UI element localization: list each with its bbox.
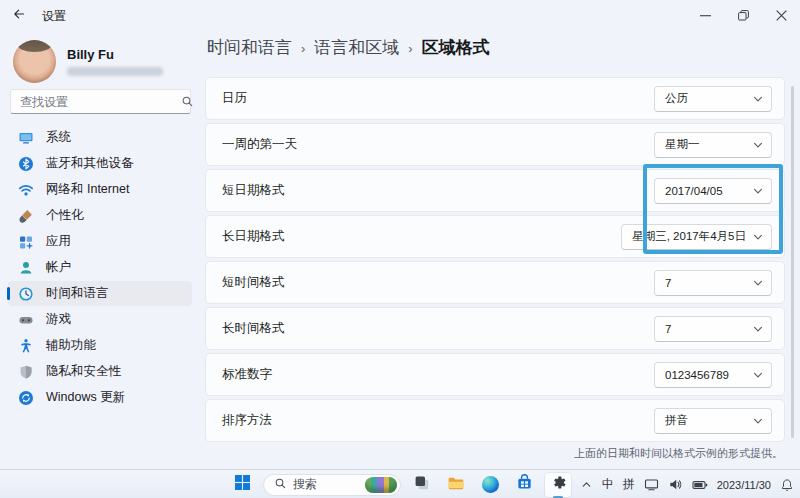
- window-controls: [686, 0, 800, 32]
- dropdown-standard-digits[interactable]: 0123456789: [654, 362, 772, 388]
- dropdown-sort-method[interactable]: 拼音: [654, 408, 772, 434]
- setting-row-long-date: 长日期格式 星期三, 2017年4月5日: [205, 215, 785, 258]
- tray-date[interactable]: 2023/11/30: [717, 479, 771, 491]
- taskbar-search-box[interactable]: 搜索: [263, 474, 401, 496]
- sidebar: Billy Fu 系统 蓝牙和其他设备 网络和 Internet 个性化 应用 …: [0, 32, 200, 469]
- sidebar-item-accessibility[interactable]: 辅助功能: [8, 333, 192, 358]
- dropdown-long-time[interactable]: 7: [654, 316, 772, 342]
- task-view-button[interactable]: [409, 473, 435, 497]
- close-button[interactable]: [762, 0, 800, 32]
- sync-icon: [18, 390, 34, 406]
- ime-language-indicator[interactable]: 中: [602, 476, 614, 493]
- chevron-down-icon: [752, 277, 764, 289]
- microsoft-store-icon: [516, 474, 533, 495]
- back-button[interactable]: [4, 1, 34, 31]
- dropdown-calendar[interactable]: 公历: [654, 86, 772, 112]
- start-button[interactable]: [229, 473, 255, 497]
- setting-row-short-date: 短日期格式 2017/04/05: [205, 169, 785, 212]
- settings-search-box: [10, 89, 191, 114]
- tray-chevron-up-icon[interactable]: [580, 478, 593, 491]
- store-button[interactable]: [511, 473, 537, 497]
- ime-mode-indicator[interactable]: 拼: [623, 476, 635, 493]
- chevron-down-icon: [752, 415, 764, 427]
- windows-logo-icon: [235, 475, 250, 494]
- sidebar-item-windows-update[interactable]: Windows 更新: [8, 385, 192, 410]
- search-input[interactable]: [11, 95, 181, 109]
- breadcrumb: 时间和语言 › 语言和区域 › 区域格式: [207, 36, 490, 59]
- restore-icon: [738, 7, 749, 25]
- back-arrow-icon: [12, 7, 26, 25]
- taskbar-center: 搜索: [229, 471, 571, 498]
- maximize-restore-button[interactable]: [724, 0, 762, 32]
- gear-icon: [550, 474, 567, 495]
- page-title: 区域格式: [422, 36, 490, 59]
- titlebar: 设置: [0, 0, 800, 32]
- breadcrumb-language-region[interactable]: 语言和区域: [314, 36, 399, 59]
- volume-icon[interactable]: [668, 477, 683, 492]
- settings-window: 设置 Billy Fu: [0, 0, 800, 498]
- scrollbar[interactable]: [791, 86, 794, 438]
- network-icon[interactable]: [644, 477, 659, 492]
- search-icon: [274, 476, 287, 494]
- chevron-down-icon: [752, 323, 764, 335]
- settings-app-button[interactable]: [545, 473, 571, 497]
- taskbar-search-label: 搜索: [293, 476, 359, 493]
- user-profile[interactable]: Billy Fu: [13, 37, 163, 85]
- person-icon: [18, 260, 34, 276]
- window-title: 设置: [42, 8, 66, 25]
- chevron-down-icon: [752, 185, 764, 197]
- wifi-icon: [18, 182, 34, 198]
- bluetooth-icon: [18, 156, 34, 172]
- sidebar-item-time-language[interactable]: 时间和语言: [8, 281, 192, 306]
- shield-icon: [18, 364, 34, 380]
- chevron-down-icon: [752, 139, 764, 151]
- sidebar-nav: 系统 蓝牙和其他设备 网络和 Internet 个性化 应用 帐户 时间和语言 …: [4, 125, 196, 411]
- minimize-icon: [700, 7, 711, 25]
- breadcrumb-time-language[interactable]: 时间和语言: [207, 36, 292, 59]
- dropdown-short-date[interactable]: 2017/04/05: [654, 178, 772, 204]
- task-view-icon: [414, 475, 430, 495]
- search-icon: [181, 95, 194, 108]
- battery-icon[interactable]: [692, 477, 708, 493]
- close-icon: [776, 7, 787, 25]
- gamepad-icon: [18, 312, 34, 328]
- sidebar-item-gaming[interactable]: 游戏: [8, 307, 192, 332]
- chevron-down-icon: [752, 231, 764, 243]
- setting-row-long-time: 长时间格式 7: [205, 307, 785, 350]
- chevron-down-icon: [752, 93, 764, 105]
- sidebar-item-network[interactable]: 网络和 Internet: [8, 177, 192, 202]
- sidebar-item-bluetooth[interactable]: 蓝牙和其他设备: [8, 151, 192, 176]
- edge-browser-icon: [482, 476, 499, 493]
- setting-row-sort-method: 排序方法 拼音: [205, 399, 785, 442]
- clock-icon: [18, 286, 34, 302]
- breadcrumb-separator-icon: ›: [301, 39, 305, 56]
- taskbar: 搜索: [0, 469, 800, 498]
- minimize-button[interactable]: [686, 0, 724, 32]
- footer-note: 上面的日期和时间以格式示例的形式提供。: [574, 446, 783, 461]
- sidebar-item-system[interactable]: 系统: [8, 125, 192, 150]
- breadcrumb-separator-icon: ›: [408, 39, 412, 56]
- main-content: 时间和语言 › 语言和区域 › 区域格式 日历 公历 一周的第一天 星期一 短日…: [205, 32, 785, 469]
- setting-row-first-day: 一周的第一天 星期一: [205, 123, 785, 166]
- sidebar-item-privacy[interactable]: 隐私和安全性: [8, 359, 192, 384]
- profile-email-blurred: [67, 67, 163, 76]
- accessibility-icon: [18, 338, 34, 354]
- system-tray: 中 拼 2023/11/30: [580, 471, 794, 498]
- file-explorer-button[interactable]: [443, 473, 469, 497]
- notification-bell-icon[interactable]: [780, 478, 794, 492]
- profile-name: Billy Fu: [67, 47, 163, 62]
- setting-row-short-time: 短时间格式 7: [205, 261, 785, 304]
- setting-row-standard-digits: 标准数字 0123456789: [205, 353, 785, 396]
- search-highlight-image: [365, 477, 397, 493]
- sidebar-item-apps[interactable]: 应用: [8, 229, 192, 254]
- apps-icon: [18, 234, 34, 250]
- avatar: [13, 40, 56, 83]
- brush-icon: [18, 208, 34, 224]
- dropdown-short-time[interactable]: 7: [654, 270, 772, 296]
- sidebar-item-personalization[interactable]: 个性化: [8, 203, 192, 228]
- sidebar-item-accounts[interactable]: 帐户: [8, 255, 192, 280]
- dropdown-long-date[interactable]: 星期三, 2017年4月5日: [621, 224, 772, 250]
- dropdown-first-day[interactable]: 星期一: [654, 132, 772, 158]
- setting-row-calendar: 日历 公历: [205, 77, 785, 120]
- edge-button[interactable]: [477, 473, 503, 497]
